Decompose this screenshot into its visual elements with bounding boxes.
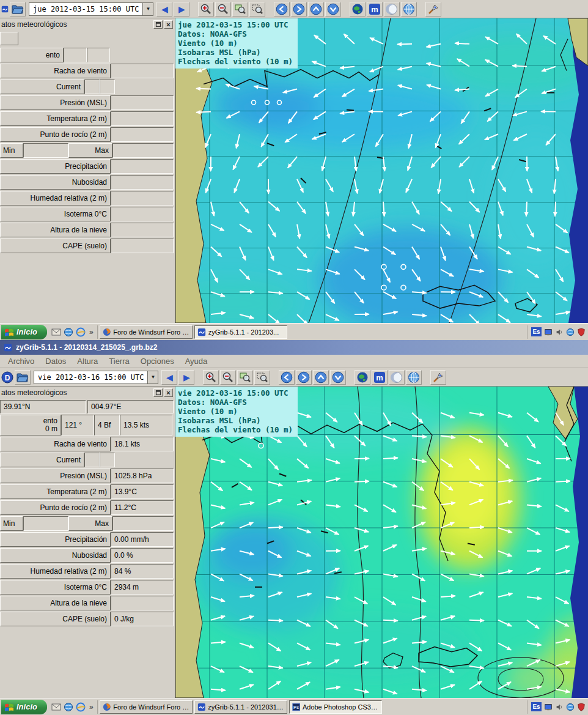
zoom-select-button[interactable] [254,370,270,385]
gust-value: 18.1 kts [111,437,174,451]
menu-opciones[interactable]: Opciones [135,355,180,368]
legend-line: Flechas del viento (10 m) [178,57,293,66]
next-timestep-button[interactable]: ▶ [174,2,189,17]
legend-line: jue 2012-03-15 15:00 UTC [178,20,293,29]
earth-icon [351,3,364,15]
task-button-zygrib[interactable]: zyGrib-5.1.1 - 20120314... [194,700,287,714]
language-indicator[interactable]: Es [531,702,542,711]
min-label: Min [0,143,23,158]
pan-east-button[interactable] [291,2,307,17]
chevron-down-icon[interactable]: ▼ [147,371,158,383]
start-button[interactable]: Inicio [1,700,47,714]
datetime-value: vie 2012-03-16 15:00 UTC [34,371,147,383]
close-panel-button[interactable]: × [164,20,173,29]
next-timestep-button[interactable]: ▶ [178,370,194,385]
globe-grid-button[interactable] [406,370,422,385]
distance-tool-button[interactable] [425,2,441,17]
datetime-select[interactable]: vie 2012-03-16 15:00 UTC ▼ [34,371,158,384]
security-tray-icon[interactable] [577,703,586,711]
pan-east-icon [298,371,310,383]
isotherm-label: Isoterma 0°C [0,207,111,221]
task-button-photoshop[interactable]: Adobe Photoshop CS3 E... [289,700,382,714]
coords-row [0,32,174,46]
display-tray-icon[interactable] [544,703,553,711]
pan-west-button[interactable] [279,370,295,385]
float-panel-button[interactable] [153,20,163,29]
pan-north-button[interactable] [313,370,329,385]
meteotable-button[interactable] [372,370,388,385]
mail-quicklaunch-icon[interactable] [51,327,61,337]
prev-timestep-button[interactable]: ◀ [161,370,177,385]
isotherm-label: Isoterma 0°C [0,580,111,595]
ie-quicklaunch-icon[interactable] [76,327,86,337]
float-icon [155,390,161,396]
mail-quicklaunch-icon[interactable] [51,702,61,712]
menu-altura[interactable]: Altura [72,355,103,368]
task-button-zygrib[interactable]: zyGrib-5.1.1 - 201203... [194,325,287,339]
pressure-row: Presión (MSL) [0,95,174,110]
display-tray-icon[interactable] [544,328,553,336]
zoom-all-button[interactable] [237,370,253,385]
distance-tool-icon [427,3,439,15]
quicklaunch-overflow-chevron[interactable]: » [88,328,95,336]
window-titlebar[interactable]: zyGrib-5.1.1 - 20120314_215025_.grb.bz2 [0,340,588,355]
browser-quicklaunch-icon[interactable] [64,327,73,337]
temperature-value: 13.9°C [111,484,174,499]
ie-quicklaunch-icon[interactable] [76,702,86,712]
quicklaunch-overflow-chevron[interactable]: » [88,703,95,711]
chevron-down-icon[interactable]: ▼ [142,3,153,15]
earth-button[interactable] [350,2,366,17]
pressure-label: Presión (MSL) [0,95,111,110]
isotherm-value: 2934 m [111,580,174,595]
language-indicator[interactable]: Es [531,327,542,336]
task-button-foro[interactable]: Foro de Windsurf Foro d... [100,325,193,339]
zoom-out-button[interactable] [215,2,231,17]
zoom-out-button[interactable] [220,370,236,385]
pan-east-button[interactable] [296,370,312,385]
pan-west-button[interactable] [274,2,290,17]
temperature-row: Temperatura (2 m) [0,111,174,126]
network-tray-icon[interactable] [566,703,575,711]
night-view-button[interactable] [389,370,405,385]
map-view[interactable]: jue 2012-03-15 15:00 UTC Datos: NOAA-GFS… [175,18,588,323]
zoom-in-icon [205,371,217,383]
humidity-row: Humedad relativa (2 m) 84 % [0,564,174,579]
float-panel-button[interactable] [153,388,163,397]
max-label: Max [68,143,112,158]
gust-row: Racha de viento 18.1 kts [0,437,174,451]
meteotable-button[interactable] [367,2,383,17]
prev-timestep-icon: ◀ [161,5,168,13]
legend-line: Viento (10 m) [178,39,293,48]
globe-grid-icon [403,3,415,15]
pan-south-button[interactable] [330,370,346,385]
close-panel-button[interactable]: × [164,388,173,397]
browser-quicklaunch-icon[interactable] [64,702,73,712]
panel-header: atos meteorológicos × [0,18,175,31]
menu-ayuda[interactable]: Ayuda [180,355,213,368]
network-tray-icon[interactable] [566,328,575,336]
menu-tierra[interactable]: Tierra [103,355,134,368]
distance-tool-button[interactable] [430,370,446,385]
security-tray-icon[interactable] [577,328,586,336]
task-button-foro[interactable]: Foro de Windsurf Foro d... [100,700,193,714]
current-row: Current [0,453,174,467]
datetime-select[interactable]: jue 2012-03-15 15:00 UTC ▼ [29,2,153,16]
prev-timestep-button[interactable]: ◀ [156,2,172,17]
start-button[interactable]: Inicio [1,325,47,339]
menu-datos[interactable]: Datos [40,355,72,368]
zoom-in-button[interactable] [198,2,214,17]
night-view-button[interactable] [384,2,400,17]
zoom-all-button[interactable] [232,2,248,17]
open-file-button[interactable] [10,2,26,17]
volume-tray-icon[interactable] [555,703,564,711]
pan-south-button[interactable] [325,2,341,17]
map-view[interactable]: vie 2012-03-16 15:00 UTC Datos: NOAA-GFS… [175,387,588,698]
earth-button[interactable] [355,370,370,385]
menu-archivo[interactable]: Archivo [2,355,40,368]
volume-tray-icon[interactable] [555,328,564,336]
pan-north-button[interactable] [308,2,324,17]
open-file-button[interactable] [15,370,31,385]
zoom-in-button[interactable] [203,370,219,385]
zoom-select-button[interactable] [249,2,265,17]
globe-grid-button[interactable] [401,2,417,17]
